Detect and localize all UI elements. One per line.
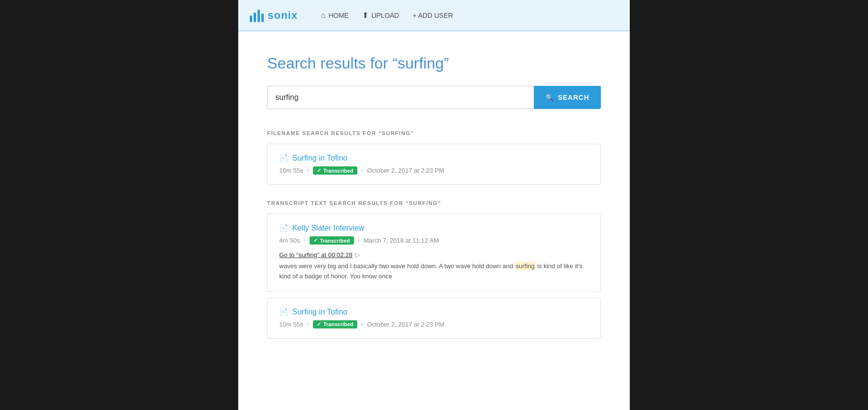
navbar: sonix ⌂ HOME ⬆ UPLOAD + ADD USER bbox=[238, 0, 630, 31]
file-icon: 📄 bbox=[279, 154, 288, 163]
logo[interactable]: sonix bbox=[250, 9, 298, 22]
check-icon: ✓ bbox=[317, 167, 321, 174]
filename-result-1-status: ✓ Transcribed bbox=[313, 166, 357, 175]
transcript-result-1-duration: 4m 50s bbox=[279, 237, 300, 244]
transcript-result-2-title[interactable]: 📄 Surfing in Tofino bbox=[279, 308, 589, 316]
upload-icon: ⬆ bbox=[362, 11, 368, 20]
main-content: Search results for “surfing” 🔍 SEARCH FI… bbox=[238, 31, 630, 369]
filename-result-1-date: October 2, 2017 at 2:23 PM bbox=[367, 167, 444, 174]
check-icon-2: ✓ bbox=[313, 237, 318, 244]
transcript-result-1-status: ✓ Transcribed bbox=[310, 236, 353, 245]
upload-label: UPLOAD bbox=[371, 12, 399, 19]
filename-section-label: FILENAME SEARCH RESULTS FOR “SURFING” bbox=[267, 130, 601, 136]
search-button[interactable]: 🔍 SEARCH bbox=[534, 86, 601, 109]
upload-nav-link[interactable]: ⬆ UPLOAD bbox=[362, 11, 399, 20]
check-icon-3: ✓ bbox=[317, 321, 321, 328]
transcript-result-1: 📄 Kelly Slater Interview 4m 50s • ✓ Tran… bbox=[267, 214, 601, 292]
goto-timestamp-link[interactable]: Go to “surfing” at 00:02:28 bbox=[279, 251, 353, 259]
file-icon-3: 📄 bbox=[279, 308, 288, 316]
search-bar: 🔍 SEARCH bbox=[267, 86, 601, 109]
excerpt-highlight: surfing bbox=[515, 262, 536, 270]
search-input[interactable] bbox=[267, 86, 534, 109]
transcript-excerpt: waves were very big and I basically two … bbox=[279, 261, 589, 282]
home-label: HOME bbox=[328, 12, 349, 19]
filename-section: FILENAME SEARCH RESULTS FOR “SURFING” 📄 … bbox=[267, 130, 601, 185]
filename-result-1: 📄 Surfing in Tofino 10m 55s • ✓ Transcri… bbox=[267, 144, 601, 185]
filename-result-1-title[interactable]: 📄 Surfing in Tofino bbox=[279, 154, 589, 163]
transcript-result-2: 📄 Surfing in Tofino 10m 55s • ✓ Transcri… bbox=[267, 298, 601, 339]
logo-text: sonix bbox=[268, 9, 298, 22]
home-nav-link[interactable]: ⌂ HOME bbox=[321, 11, 349, 20]
add-user-nav-link[interactable]: + ADD USER bbox=[413, 12, 453, 19]
transcript-section: TRANSCRIPT TEXT SEARCH RESULTS FOR “SURF… bbox=[267, 200, 601, 339]
search-icon: 🔍 bbox=[545, 94, 554, 101]
transcript-result-1-title[interactable]: 📄 Kelly Slater Interview bbox=[279, 224, 589, 232]
logo-icon bbox=[250, 9, 264, 22]
transcript-result-2-status: ✓ Transcribed bbox=[313, 320, 357, 328]
transcript-result-2-meta: 10m 55s • ✓ Transcribed • October 2, 201… bbox=[279, 320, 589, 328]
nav-links: ⌂ HOME ⬆ UPLOAD + ADD USER bbox=[321, 11, 453, 20]
search-button-label: SEARCH bbox=[558, 94, 589, 101]
play-icon: ▷ bbox=[355, 251, 360, 259]
transcript-result-1-date: March 7, 2018 at 11:12 AM bbox=[364, 237, 439, 244]
excerpt-before: waves were very big and I basically two … bbox=[279, 262, 515, 270]
filename-result-1-meta: 10m 55s • ✓ Transcribed • October 2, 201… bbox=[279, 166, 589, 175]
transcript-result-2-date: October 2, 2017 at 2:23 PM bbox=[367, 321, 444, 328]
transcript-section-label: TRANSCRIPT TEXT SEARCH RESULTS FOR “SURF… bbox=[267, 200, 601, 206]
add-user-label: + ADD USER bbox=[413, 12, 453, 19]
home-icon: ⌂ bbox=[321, 11, 326, 20]
transcript-result-2-duration: 10m 55s bbox=[279, 321, 303, 328]
transcript-result-1-meta: 4m 50s • ✓ Transcribed • March 7, 2018 a… bbox=[279, 236, 589, 245]
filename-result-1-duration: 10m 55s bbox=[279, 167, 303, 174]
file-icon-2: 📄 bbox=[279, 224, 288, 232]
page-title: Search results for “surfing” bbox=[267, 55, 601, 72]
goto-link: Go to “surfing” at 00:02:28 ▷ bbox=[279, 251, 589, 259]
